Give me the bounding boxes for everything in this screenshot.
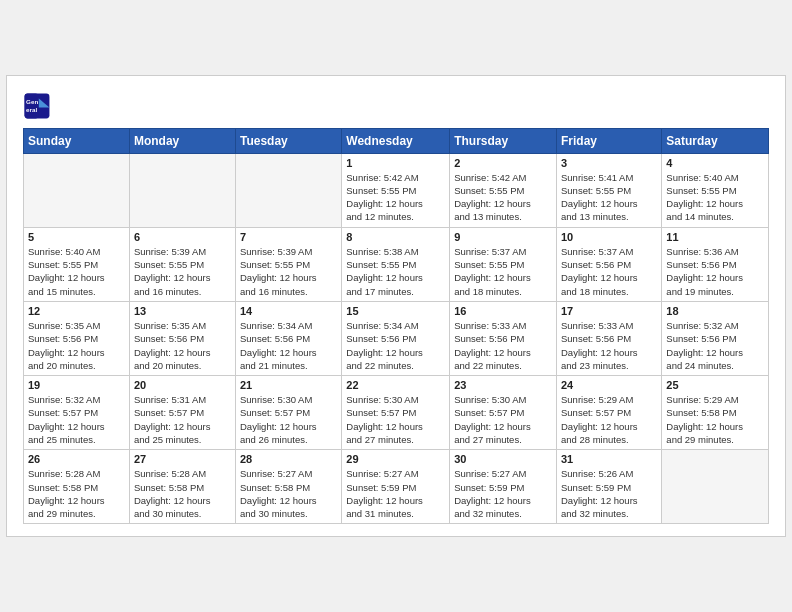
weekday-header-thursday: Thursday [450, 128, 557, 153]
day-number: 30 [454, 453, 552, 465]
day-number: 12 [28, 305, 125, 317]
day-info: Sunrise: 5:31 AM Sunset: 5:57 PM Dayligh… [134, 393, 231, 446]
calendar-cell [24, 153, 130, 227]
day-info: Sunrise: 5:37 AM Sunset: 5:55 PM Dayligh… [454, 245, 552, 298]
calendar-cell [662, 450, 769, 524]
logo: Gen eral [23, 92, 55, 120]
calendar-cell: 16Sunrise: 5:33 AM Sunset: 5:56 PM Dayli… [450, 301, 557, 375]
calendar-cell: 21Sunrise: 5:30 AM Sunset: 5:57 PM Dayli… [235, 376, 341, 450]
calendar-cell: 11Sunrise: 5:36 AM Sunset: 5:56 PM Dayli… [662, 227, 769, 301]
weekday-header-tuesday: Tuesday [235, 128, 341, 153]
day-number: 24 [561, 379, 657, 391]
calendar-cell: 27Sunrise: 5:28 AM Sunset: 5:58 PM Dayli… [129, 450, 235, 524]
day-number: 2 [454, 157, 552, 169]
calendar-cell: 23Sunrise: 5:30 AM Sunset: 5:57 PM Dayli… [450, 376, 557, 450]
day-info: Sunrise: 5:42 AM Sunset: 5:55 PM Dayligh… [454, 171, 552, 224]
day-info: Sunrise: 5:32 AM Sunset: 5:57 PM Dayligh… [28, 393, 125, 446]
calendar-cell: 25Sunrise: 5:29 AM Sunset: 5:58 PM Dayli… [662, 376, 769, 450]
calendar-cell: 4Sunrise: 5:40 AM Sunset: 5:55 PM Daylig… [662, 153, 769, 227]
day-number: 6 [134, 231, 231, 243]
day-info: Sunrise: 5:39 AM Sunset: 5:55 PM Dayligh… [134, 245, 231, 298]
weekday-header-saturday: Saturday [662, 128, 769, 153]
day-number: 26 [28, 453, 125, 465]
day-info: Sunrise: 5:30 AM Sunset: 5:57 PM Dayligh… [454, 393, 552, 446]
day-info: Sunrise: 5:41 AM Sunset: 5:55 PM Dayligh… [561, 171, 657, 224]
day-number: 20 [134, 379, 231, 391]
day-info: Sunrise: 5:27 AM Sunset: 5:59 PM Dayligh… [346, 467, 445, 520]
weekday-header-row: SundayMondayTuesdayWednesdayThursdayFrid… [24, 128, 769, 153]
logo-icon: Gen eral [23, 92, 51, 120]
day-info: Sunrise: 5:35 AM Sunset: 5:56 PM Dayligh… [134, 319, 231, 372]
day-number: 7 [240, 231, 337, 243]
day-info: Sunrise: 5:30 AM Sunset: 5:57 PM Dayligh… [346, 393, 445, 446]
calendar-cell: 9Sunrise: 5:37 AM Sunset: 5:55 PM Daylig… [450, 227, 557, 301]
calendar-cell: 2Sunrise: 5:42 AM Sunset: 5:55 PM Daylig… [450, 153, 557, 227]
calendar-cell: 19Sunrise: 5:32 AM Sunset: 5:57 PM Dayli… [24, 376, 130, 450]
week-row-3: 12Sunrise: 5:35 AM Sunset: 5:56 PM Dayli… [24, 301, 769, 375]
calendar-cell: 22Sunrise: 5:30 AM Sunset: 5:57 PM Dayli… [342, 376, 450, 450]
day-info: Sunrise: 5:28 AM Sunset: 5:58 PM Dayligh… [134, 467, 231, 520]
day-info: Sunrise: 5:26 AM Sunset: 5:59 PM Dayligh… [561, 467, 657, 520]
calendar-cell: 6Sunrise: 5:39 AM Sunset: 5:55 PM Daylig… [129, 227, 235, 301]
weekday-header-friday: Friday [557, 128, 662, 153]
week-row-5: 26Sunrise: 5:28 AM Sunset: 5:58 PM Dayli… [24, 450, 769, 524]
day-info: Sunrise: 5:39 AM Sunset: 5:55 PM Dayligh… [240, 245, 337, 298]
day-number: 11 [666, 231, 764, 243]
calendar-cell: 13Sunrise: 5:35 AM Sunset: 5:56 PM Dayli… [129, 301, 235, 375]
day-number: 21 [240, 379, 337, 391]
weekday-header-sunday: Sunday [24, 128, 130, 153]
day-number: 10 [561, 231, 657, 243]
day-info: Sunrise: 5:34 AM Sunset: 5:56 PM Dayligh… [346, 319, 445, 372]
calendar-cell: 3Sunrise: 5:41 AM Sunset: 5:55 PM Daylig… [557, 153, 662, 227]
calendar-cell: 28Sunrise: 5:27 AM Sunset: 5:58 PM Dayli… [235, 450, 341, 524]
day-info: Sunrise: 5:33 AM Sunset: 5:56 PM Dayligh… [454, 319, 552, 372]
day-number: 1 [346, 157, 445, 169]
svg-text:Gen: Gen [26, 98, 38, 105]
day-number: 17 [561, 305, 657, 317]
day-info: Sunrise: 5:28 AM Sunset: 5:58 PM Dayligh… [28, 467, 125, 520]
calendar-cell: 7Sunrise: 5:39 AM Sunset: 5:55 PM Daylig… [235, 227, 341, 301]
day-number: 3 [561, 157, 657, 169]
calendar-cell: 20Sunrise: 5:31 AM Sunset: 5:57 PM Dayli… [129, 376, 235, 450]
weekday-header-monday: Monday [129, 128, 235, 153]
calendar-cell: 24Sunrise: 5:29 AM Sunset: 5:57 PM Dayli… [557, 376, 662, 450]
day-info: Sunrise: 5:32 AM Sunset: 5:56 PM Dayligh… [666, 319, 764, 372]
calendar-grid: SundayMondayTuesdayWednesdayThursdayFrid… [23, 128, 769, 525]
day-number: 29 [346, 453, 445, 465]
calendar-cell: 15Sunrise: 5:34 AM Sunset: 5:56 PM Dayli… [342, 301, 450, 375]
day-number: 8 [346, 231, 445, 243]
calendar-cell: 10Sunrise: 5:37 AM Sunset: 5:56 PM Dayli… [557, 227, 662, 301]
weekday-header-wednesday: Wednesday [342, 128, 450, 153]
day-info: Sunrise: 5:42 AM Sunset: 5:55 PM Dayligh… [346, 171, 445, 224]
week-row-4: 19Sunrise: 5:32 AM Sunset: 5:57 PM Dayli… [24, 376, 769, 450]
calendar-cell: 8Sunrise: 5:38 AM Sunset: 5:55 PM Daylig… [342, 227, 450, 301]
day-number: 16 [454, 305, 552, 317]
day-info: Sunrise: 5:30 AM Sunset: 5:57 PM Dayligh… [240, 393, 337, 446]
calendar-container: Gen eral SundayMondayTuesdayWednesdayThu… [6, 75, 786, 538]
day-number: 15 [346, 305, 445, 317]
day-number: 5 [28, 231, 125, 243]
week-row-1: 1Sunrise: 5:42 AM Sunset: 5:55 PM Daylig… [24, 153, 769, 227]
calendar-cell: 29Sunrise: 5:27 AM Sunset: 5:59 PM Dayli… [342, 450, 450, 524]
calendar-cell: 12Sunrise: 5:35 AM Sunset: 5:56 PM Dayli… [24, 301, 130, 375]
calendar-cell [235, 153, 341, 227]
day-info: Sunrise: 5:40 AM Sunset: 5:55 PM Dayligh… [28, 245, 125, 298]
day-number: 31 [561, 453, 657, 465]
day-number: 28 [240, 453, 337, 465]
day-number: 22 [346, 379, 445, 391]
calendar-cell: 30Sunrise: 5:27 AM Sunset: 5:59 PM Dayli… [450, 450, 557, 524]
day-number: 18 [666, 305, 764, 317]
calendar-cell: 26Sunrise: 5:28 AM Sunset: 5:58 PM Dayli… [24, 450, 130, 524]
calendar-cell: 31Sunrise: 5:26 AM Sunset: 5:59 PM Dayli… [557, 450, 662, 524]
calendar-cell: 5Sunrise: 5:40 AM Sunset: 5:55 PM Daylig… [24, 227, 130, 301]
calendar-cell [129, 153, 235, 227]
day-number: 25 [666, 379, 764, 391]
day-info: Sunrise: 5:35 AM Sunset: 5:56 PM Dayligh… [28, 319, 125, 372]
day-number: 27 [134, 453, 231, 465]
day-number: 9 [454, 231, 552, 243]
calendar-cell: 18Sunrise: 5:32 AM Sunset: 5:56 PM Dayli… [662, 301, 769, 375]
day-info: Sunrise: 5:29 AM Sunset: 5:58 PM Dayligh… [666, 393, 764, 446]
day-info: Sunrise: 5:40 AM Sunset: 5:55 PM Dayligh… [666, 171, 764, 224]
day-number: 14 [240, 305, 337, 317]
calendar-cell: 17Sunrise: 5:33 AM Sunset: 5:56 PM Dayli… [557, 301, 662, 375]
